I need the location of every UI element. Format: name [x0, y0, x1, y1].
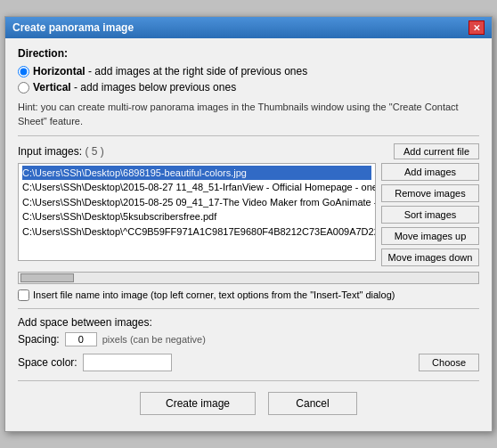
radio-horizontal-row: Horizontal - add images at the right sid… — [18, 65, 479, 77]
horizontal-desc: - add images at the right side of previo… — [86, 65, 307, 77]
title-bar-buttons: ✕ — [468, 20, 485, 35]
insert-filename-row: Insert file name into image (top left co… — [18, 289, 479, 301]
cancel-button[interactable]: Cancel — [268, 392, 357, 415]
radio-horizontal-label[interactable]: Horizontal - add images at the right sid… — [33, 65, 307, 77]
move-images-up-button[interactable]: Move images up — [381, 227, 479, 245]
spacing-section-label: Add space between images: — [18, 316, 479, 329]
color-row: Space color: Choose — [18, 354, 479, 371]
list-item[interactable]: C:\Users\SSh\Desktop\5ksubscribersfree.p… — [22, 209, 371, 224]
list-item[interactable]: C:\Users\SSh\Desktop\2015-08-27 11_48_51… — [22, 180, 371, 195]
insert-filename-label[interactable]: Insert file name into image (top left co… — [33, 289, 395, 300]
bottom-buttons: Create image Cancel — [18, 388, 479, 422]
window-title: Create panorama image — [12, 21, 134, 34]
radio-vertical-label[interactable]: Vertical - add images below previous one… — [33, 81, 236, 94]
radio-horizontal[interactable] — [18, 66, 29, 77]
radio-vertical-row: Vertical - add images below previous one… — [18, 81, 479, 94]
section-divider-2 — [18, 308, 479, 309]
scrollbar-area — [18, 272, 479, 284]
dialog-content: Direction: Horizontal - add images at th… — [5, 38, 492, 431]
input-images-label: Input images: ( 5 ) — [18, 145, 104, 158]
images-area: C:\Users\SSh\Desktop\6898195-beautiful-c… — [18, 163, 479, 266]
vertical-desc: - add images below previous ones — [71, 81, 236, 94]
side-buttons: Add images Remove images Sort images Mov… — [381, 163, 479, 266]
section-divider-3 — [18, 380, 479, 381]
list-item[interactable]: C:\Users\SSh\Desktop\2015-08-25 09_41_17… — [22, 195, 371, 210]
color-preview-box — [83, 354, 172, 371]
direction-label: Direction: — [18, 47, 479, 60]
file-list[interactable]: C:\Users\SSh\Desktop\6898195-beautiful-c… — [18, 163, 376, 261]
space-color-label: Space color: — [18, 356, 77, 369]
add-current-file-button[interactable]: Add current file — [394, 143, 479, 159]
spacing-row: Spacing: pixels (can be negative) — [18, 332, 479, 346]
section-divider-1 — [18, 135, 479, 136]
choose-color-button[interactable]: Choose — [419, 354, 479, 371]
title-bar: Create panorama image ✕ — [5, 17, 492, 38]
radio-vertical[interactable] — [18, 82, 29, 94]
remove-images-button[interactable]: Remove images — [381, 184, 479, 202]
spacing-label: Spacing: — [18, 333, 60, 346]
input-images-header: Input images: ( 5 ) Add current file — [18, 143, 479, 159]
create-image-button[interactable]: Create image — [140, 392, 256, 415]
spacing-input[interactable] — [65, 332, 97, 346]
hint-text: Hint: you can create multi-row panorama … — [18, 101, 479, 128]
spacing-hint: pixels (can be negative) — [102, 334, 206, 345]
horizontal-scrollbar[interactable] — [18, 272, 479, 284]
horizontal-name: Horizontal — [33, 65, 86, 77]
insert-filename-checkbox[interactable] — [18, 289, 29, 301]
vertical-name: Vertical — [33, 81, 71, 94]
close-button[interactable]: ✕ — [468, 20, 485, 35]
scrollbar-thumb — [20, 273, 74, 282]
move-images-down-button[interactable]: Move images down — [381, 248, 479, 266]
list-item[interactable]: C:\Users\SSh\Desktop\^CC9B59FF971A1C9817… — [22, 224, 371, 240]
list-item[interactable]: C:\Users\SSh\Desktop\6898195-beautiful-c… — [22, 166, 371, 181]
sort-images-button[interactable]: Sort images — [381, 206, 479, 224]
dialog-window: Create panorama image ✕ Direction: Horiz… — [4, 16, 493, 432]
add-images-button[interactable]: Add images — [381, 163, 479, 181]
